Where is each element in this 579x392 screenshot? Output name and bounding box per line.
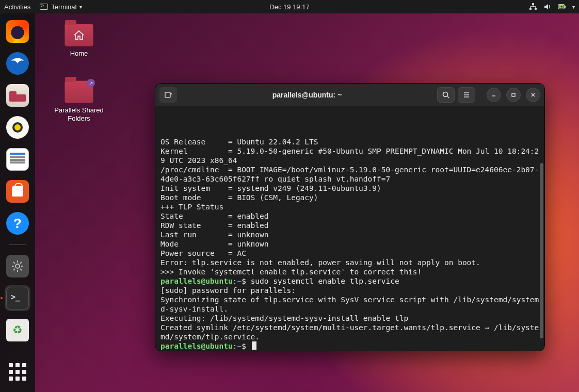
desktop-icon-label: Home — [51, 50, 107, 58]
desktop[interactable]: Home ↗ Parallels Shared Folders parallel… — [35, 13, 579, 392]
svg-rect-15 — [165, 92, 170, 97]
trash-icon: ♻ — [6, 319, 29, 341]
help-icon: ? — [6, 212, 29, 235]
svg-rect-24 — [512, 93, 515, 96]
dock-trash[interactable]: ♻ — [5, 317, 30, 343]
terminal-window: parallels@ubuntu: ~ OS Release = Ubuntu … — [155, 83, 545, 351]
svg-rect-1 — [529, 8, 532, 10]
desktop-icon-label: Parallels Shared Folders — [45, 106, 112, 122]
system-menu-chevron-icon[interactable]: ▾ — [572, 4, 575, 10]
terminal-icon — [40, 4, 48, 10]
app-menu[interactable]: Terminal ▾ — [40, 3, 82, 11]
svg-rect-0 — [532, 3, 534, 5]
close-button[interactable] — [526, 88, 540, 102]
terminal-icon — [6, 287, 29, 309]
svg-line-13 — [13, 269, 15, 270]
dock-files[interactable] — [5, 83, 30, 108]
dock-software[interactable] — [5, 178, 30, 204]
battery-icon[interactable] — [558, 3, 566, 11]
chevron-down-icon: ▾ — [79, 4, 82, 10]
rhythmbox-icon — [6, 116, 29, 139]
show-applications-button[interactable] — [5, 359, 30, 385]
dock-separator — [9, 244, 26, 245]
maximize-button[interactable] — [506, 88, 521, 102]
svg-point-18 — [443, 92, 448, 96]
desktop-icon-home[interactable]: Home — [51, 24, 107, 58]
terminal-content[interactable]: OS Release = Ubuntu 22.04.2 LTSKernel = … — [155, 106, 544, 351]
minimize-button[interactable] — [487, 88, 501, 102]
firefox-icon — [6, 20, 29, 43]
hamburger-menu-button[interactable] — [458, 87, 475, 103]
dock-writer[interactable] — [5, 146, 30, 172]
symlink-badge-icon: ↗ — [87, 79, 95, 87]
svg-point-6 — [15, 264, 20, 268]
software-icon — [6, 180, 29, 203]
files-icon — [6, 84, 29, 107]
network-icon[interactable] — [529, 3, 537, 11]
dock-help[interactable]: ? — [5, 210, 30, 236]
dock-rhythmbox[interactable] — [5, 115, 30, 140]
scrollbar[interactable] — [540, 163, 543, 338]
clock[interactable]: Dec 19 19:17 — [269, 3, 309, 11]
window-titlebar[interactable]: parallels@ubuntu: ~ — [155, 84, 544, 106]
svg-line-11 — [13, 262, 15, 264]
gear-icon — [6, 255, 29, 277]
svg-line-12 — [20, 269, 22, 270]
activities-button[interactable]: Activities — [4, 3, 30, 11]
writer-icon — [6, 148, 29, 171]
svg-line-19 — [447, 96, 449, 98]
desktop-icon-shared[interactable]: ↗ Parallels Shared Folders — [45, 80, 112, 122]
svg-line-14 — [20, 262, 22, 264]
dock-thunderbird[interactable] — [5, 51, 30, 76]
svg-rect-5 — [565, 6, 566, 8]
dock-firefox[interactable] — [5, 19, 30, 44]
thunderbird-icon — [6, 52, 29, 75]
app-menu-label: Terminal — [51, 3, 76, 11]
dock-terminal[interactable] — [5, 285, 30, 311]
svg-rect-2 — [535, 8, 537, 10]
new-tab-button[interactable] — [159, 87, 177, 103]
volume-icon[interactable] — [543, 3, 552, 11]
dock-settings[interactable] — [5, 253, 30, 279]
home-icon — [65, 24, 93, 46]
search-button[interactable] — [437, 87, 455, 103]
top-panel: Activities Terminal ▾ Dec 19 19:17 ▾ — [0, 0, 579, 13]
dock: ? ♻ — [0, 13, 35, 392]
window-title: parallels@ubuntu: ~ — [180, 91, 434, 99]
